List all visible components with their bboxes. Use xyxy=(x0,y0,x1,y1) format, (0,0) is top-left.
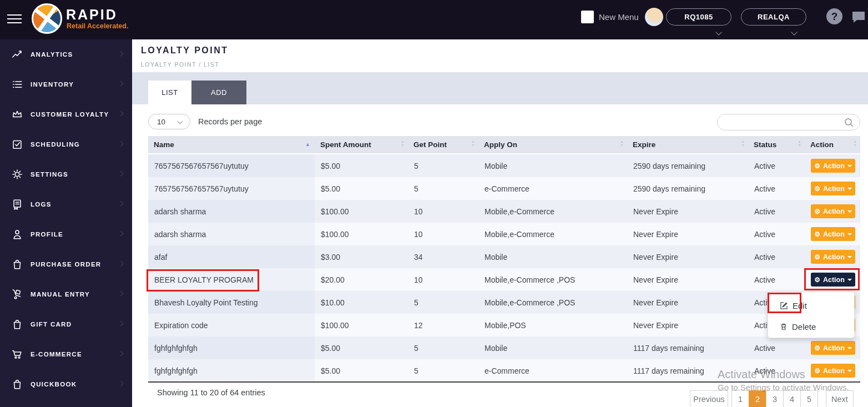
search-icon xyxy=(844,117,855,130)
cell-name: Expiration code xyxy=(148,314,315,336)
pagination-page-5[interactable]: 5 xyxy=(800,390,818,407)
row-action-button[interactable]: ⚙Action xyxy=(811,204,855,218)
cell-get-point: 5 xyxy=(408,359,478,382)
register-chevron-down-icon[interactable] xyxy=(716,30,721,35)
sidebar-item-customer-loyalty[interactable]: CUSTOMER LOYALTY xyxy=(0,99,132,129)
cell-name: afaf xyxy=(148,245,315,268)
rapid-logo-icon xyxy=(32,3,62,34)
column-header-name[interactable]: Name ▲ xyxy=(148,136,315,153)
checkbox-check-icon xyxy=(11,138,23,150)
column-header-expire[interactable]: Expire ▲▼ xyxy=(627,136,748,153)
chevron-right-icon xyxy=(119,172,123,176)
sort-icons: ▲▼ xyxy=(401,139,405,147)
cell-expire: 1117 days remaining xyxy=(627,359,748,382)
sidebar-item-gift-card[interactable]: GIFT CARD xyxy=(0,309,132,339)
sidebar-item-logs[interactable]: LOGS xyxy=(0,189,132,219)
gear-icon: ⚙ xyxy=(814,368,820,374)
bag-icon xyxy=(11,318,23,330)
table-row: adarsh sharma $100.00 10 Mobile,e-Commer… xyxy=(148,223,860,245)
hamburger-menu-icon[interactable] xyxy=(7,12,22,24)
sidebar-item-quickbook[interactable]: QUICKBOOK xyxy=(0,369,132,399)
cell-apply-on: Mobile,POS xyxy=(478,314,627,336)
caret-down-icon xyxy=(847,233,852,235)
pagination-next-button[interactable]: Next xyxy=(826,390,854,407)
cell-name: Bhavesh Loyalty Point Testing xyxy=(148,291,315,314)
pagination-previous-button[interactable]: Previous xyxy=(690,390,728,407)
store-chevron-down-icon[interactable] xyxy=(792,30,797,35)
cell-apply-on: Mobile,e-Commerce xyxy=(478,200,627,223)
cell-expire: Never Expire xyxy=(627,291,748,314)
cell-status: Active xyxy=(748,223,805,245)
sidebar: ANALYTICS INVENTORY CUSTOMER LOYALTY SCH… xyxy=(0,39,132,407)
row-action-button[interactable]: ⚙Action xyxy=(811,182,855,195)
pagination-page-1[interactable]: 1 xyxy=(731,390,749,407)
chevron-down-icon xyxy=(178,119,183,124)
sidebar-item-purchase-order[interactable]: PURCHASE ORDER xyxy=(0,249,132,279)
cell-expire: 1117 days remaining xyxy=(627,336,748,359)
user-avatar[interactable] xyxy=(645,8,663,26)
pagination-page-3[interactable]: 3 xyxy=(766,390,784,407)
menu-item-edit[interactable]: Edit xyxy=(768,297,854,314)
row-action-button[interactable]: ⚙Action xyxy=(811,159,855,173)
cell-get-point: 10 xyxy=(408,223,478,245)
cell-name: fghfghfghfgh xyxy=(148,359,315,382)
column-header-status[interactable]: Status ▲▼ xyxy=(748,136,805,153)
cell-expire: 2590 days remaining xyxy=(627,154,748,177)
sidebar-item-label: LOGS xyxy=(31,201,52,208)
sidebar-item-e-commerce[interactable]: E-COMMERCE xyxy=(0,339,132,369)
sort-icons: ▲▼ xyxy=(853,139,857,147)
help-icon[interactable]: ? xyxy=(826,8,842,24)
breadcrumb: LOYALTY POINT / LIST xyxy=(141,61,219,68)
chevron-right-icon xyxy=(119,351,123,356)
row-action-button[interactable]: ⚙Action xyxy=(811,227,855,241)
column-header-spent-amount[interactable]: Spent Amount ▲▼ xyxy=(315,136,408,153)
column-header-action[interactable]: Action ▲▼ xyxy=(805,136,860,153)
gear-icon: ⚙ xyxy=(814,163,820,169)
sidebar-item-label: E-COMMERCE xyxy=(31,351,82,358)
store-pill[interactable]: REALQA xyxy=(741,8,806,26)
cell-name: 7657567567657567uytutuy xyxy=(148,154,315,177)
caret-down-icon xyxy=(847,210,852,213)
register-pill[interactable]: RQ1085 xyxy=(666,8,731,26)
table-row: afaf $3.00 34 Mobile Never Expire Active… xyxy=(148,245,860,268)
records-per-page-select[interactable]: 10 xyxy=(148,114,190,129)
sidebar-item-manual-entry[interactable]: MANUAL ENTRY xyxy=(0,279,132,309)
sidebar-item-scheduling[interactable]: SCHEDULING xyxy=(0,129,132,159)
sort-asc-icon: ▲ xyxy=(305,142,310,147)
cell-get-point: 34 xyxy=(408,245,478,268)
new-menu-checkbox[interactable] xyxy=(581,11,594,23)
sidebar-item-profile[interactable]: PROFILE xyxy=(0,219,132,249)
sidebar-item-label: SETTINGS xyxy=(31,171,68,178)
menu-item-delete[interactable]: Delete xyxy=(768,318,854,335)
sidebar-item-label: PROFILE xyxy=(31,231,63,238)
action-dropdown-menu: Edit Delete xyxy=(768,292,855,338)
sidebar-item-settings[interactable]: SETTINGS xyxy=(0,159,132,189)
search-input[interactable] xyxy=(726,115,840,129)
cell-spent-amount: $100.00 xyxy=(315,223,408,245)
trash-icon xyxy=(780,323,788,331)
cell-expire: Never Expire xyxy=(627,245,748,268)
sidebar-item-analytics[interactable]: ANALYTICS xyxy=(0,39,132,69)
cell-name: adarsh sharma xyxy=(148,223,315,245)
pagination-page-4[interactable]: 4 xyxy=(783,390,801,407)
tab-add[interactable]: ADD xyxy=(191,81,246,104)
brand-tagline: Retail Accelerated. xyxy=(67,22,128,30)
row-action-button-open[interactable]: ⚙Action xyxy=(811,273,855,287)
column-header-apply-on[interactable]: Apply On ▲▼ xyxy=(478,136,627,153)
tab-list[interactable]: LIST xyxy=(148,81,191,104)
pagination-page-2-active[interactable]: 2 xyxy=(749,390,766,407)
cell-status: Active xyxy=(748,154,805,177)
column-header-get-point[interactable]: Get Point ▲▼ xyxy=(408,136,478,153)
sidebar-item-inventory[interactable]: INVENTORY xyxy=(0,69,132,99)
table-row: adarsh sharma $100.00 10 Mobile,e-Commer… xyxy=(148,200,860,223)
row-action-button[interactable]: ⚙Action xyxy=(811,250,855,264)
cell-apply-on: Mobile,e-Commerce ,POS xyxy=(478,268,627,291)
cell-name: BEER LOYALTY PROGRAM xyxy=(148,268,315,291)
cell-get-point: 5 xyxy=(408,154,478,177)
records-per-page-label: Records per page xyxy=(198,117,262,126)
chat-icon[interactable] xyxy=(851,10,866,26)
row-action-button[interactable]: ⚙Action xyxy=(811,364,855,378)
row-action-button[interactable]: ⚙Action xyxy=(811,341,855,355)
edit-pencil-icon xyxy=(780,302,788,310)
cell-apply-on: Mobile xyxy=(478,336,627,359)
